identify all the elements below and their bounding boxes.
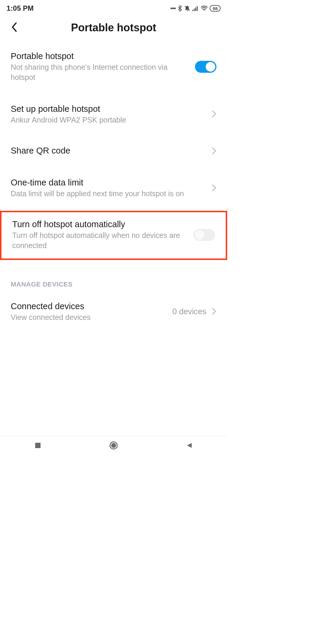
more-icon: ••• [170, 5, 176, 12]
svg-point-8 [111, 443, 116, 448]
navigation-bar [0, 436, 227, 454]
svg-rect-3 [195, 7, 196, 11]
setup-hotspot-row[interactable]: Set up portable hotspot Ankur Android WP… [11, 92, 216, 134]
data-limit-row[interactable]: One-time data limit Data limit will be a… [11, 169, 216, 208]
chevron-right-icon [212, 147, 216, 156]
status-bar: 1:05 PM ••• 98 [0, 0, 227, 16]
data-limit-subtitle: Data limit will be applied next time you… [11, 189, 206, 199]
wifi-icon [201, 6, 208, 11]
page-header: Portable hotspot [0, 16, 227, 42]
auto-off-toggle[interactable] [193, 229, 215, 241]
svg-point-5 [204, 10, 205, 11]
share-qr-row[interactable]: Share QR code [11, 134, 216, 169]
auto-off-title: Turn off hotspot automatically [12, 219, 188, 229]
svg-rect-1 [192, 10, 193, 11]
mute-icon [184, 5, 191, 11]
share-qr-title: Share QR code [11, 146, 206, 156]
portable-hotspot-title: Portable hotspot [11, 51, 189, 61]
chevron-right-icon [212, 110, 216, 119]
svg-rect-6 [35, 443, 41, 448]
auto-off-subtitle: Turn off hotspot automatically when no d… [12, 230, 188, 251]
section-manage-devices: MANAGE DEVICES [11, 278, 216, 291]
connected-devices-title: Connected devices [11, 301, 166, 311]
bluetooth-icon [177, 5, 182, 12]
section-divider [11, 269, 216, 269]
svg-rect-4 [197, 6, 198, 11]
status-time: 1:05 PM [7, 4, 34, 13]
portable-hotspot-toggle[interactable] [195, 61, 216, 73]
nav-home-button[interactable] [99, 441, 129, 450]
connected-devices-subtitle: View connected devices [11, 312, 166, 323]
signal-icon [192, 6, 199, 11]
chevron-right-icon [212, 184, 216, 193]
highlighted-setting: Turn off hotspot automatically Turn off … [0, 211, 227, 260]
portable-hotspot-subtitle: Not sharing this phone's Internet connec… [11, 62, 189, 83]
status-icons-group: ••• 98 [170, 5, 221, 12]
setup-hotspot-title: Set up portable hotspot [11, 104, 206, 114]
connected-devices-row[interactable]: Connected devices View connected devices… [11, 291, 216, 332]
svg-rect-2 [194, 9, 195, 11]
page-title: Portable hotspot [11, 21, 216, 34]
connected-devices-count: 0 devices [172, 307, 206, 316]
back-button[interactable] [11, 22, 18, 34]
portable-hotspot-row[interactable]: Portable hotspot Not sharing this phone'… [11, 42, 216, 92]
chevron-right-icon [212, 307, 216, 316]
setup-hotspot-subtitle: Ankur Android WPA2 PSK portable [11, 115, 206, 125]
battery-indicator: 98 [210, 5, 221, 12]
nav-recent-button[interactable] [23, 442, 53, 449]
auto-off-row[interactable]: Turn off hotspot automatically Turn off … [12, 212, 215, 258]
nav-back-button[interactable] [174, 442, 204, 449]
data-limit-title: One-time data limit [11, 178, 206, 188]
